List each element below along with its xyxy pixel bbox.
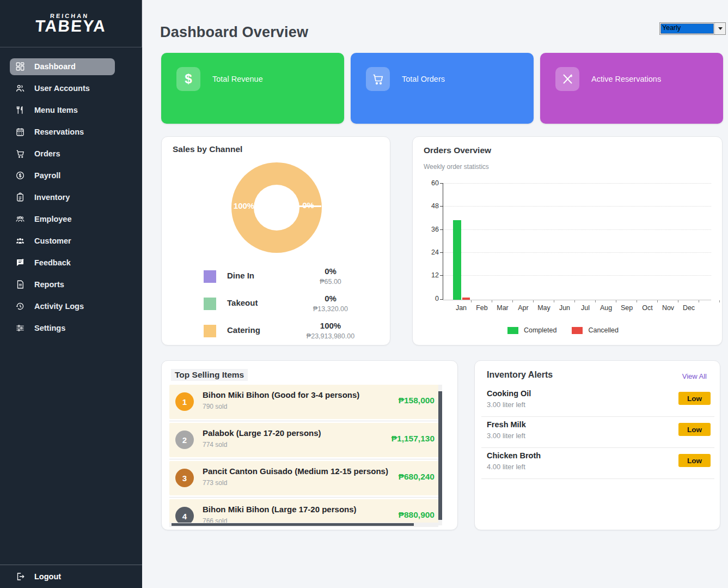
logout-button[interactable]: Logout: [0, 565, 142, 588]
logo-line2: TABEYA: [34, 18, 106, 34]
sidebar-item-employee[interactable]: Employee: [10, 208, 115, 230]
active-reservations-card: Active Reservations 0: [540, 53, 723, 124]
item-name: Pancit Canton Guisado (Medium 12-15 pers…: [203, 466, 388, 476]
month-label: Dec: [678, 304, 699, 312]
sidebar-item-label: Feedback: [34, 258, 71, 267]
sidebar-item-label: Inventory: [34, 193, 70, 202]
sales-by-channel-card: Sales by Channel 100% 0% Dine In 0%₱65.0…: [161, 136, 390, 345]
item-name: Palabok (Large 17-20 persons): [203, 428, 321, 438]
item-sold-count: 790 sold: [203, 403, 227, 410]
list-item: Cooking Oil 3.00 liter left Low: [475, 386, 721, 416]
crossed-utensils-icon: [555, 67, 579, 91]
document-icon: [15, 280, 25, 289]
legend-amount: ₱13,320.00: [313, 305, 348, 313]
inventory-item-name: Cooking Oil: [487, 389, 531, 398]
completed-swatch: [507, 327, 518, 334]
sidebar-item-label: Orders: [34, 149, 60, 158]
dropdown-arrow-button[interactable]: [714, 23, 725, 34]
list-item: 2 Palabok (Large 17-20 persons) 774 sold…: [169, 423, 442, 457]
donut-legend: Dine In 0%₱65.00 Takeout 0%₱13,320.00 Ca…: [162, 266, 391, 348]
sidebar-item-label: Employee: [34, 215, 72, 223]
sidebar-item-customer[interactable]: Customer: [10, 230, 115, 252]
view-all-link[interactable]: View All: [682, 372, 707, 380]
y-tick-label: 48: [421, 202, 439, 210]
inventory-item-name: Fresh Milk: [487, 420, 526, 429]
clipboard-icon: [15, 192, 25, 202]
bar-jan-cancelled: [462, 298, 470, 300]
app-logo: REICHAN TABEYA: [0, 0, 142, 47]
sidebar-item-label: Customer: [34, 237, 71, 245]
sidebar-item-label: User Accounts: [34, 84, 90, 93]
bar-jan-completed: [453, 220, 461, 300]
item-name: Bihon Miki Bihon (Large 17-20 persons): [203, 505, 357, 514]
sidebar-item-user-accounts[interactable]: User Accounts: [10, 77, 115, 99]
calendar-icon: [15, 127, 25, 137]
period-dropdown[interactable]: Yearly: [659, 22, 726, 35]
sidebar-nav: Dashboard User Accounts Menu Items Reser…: [0, 56, 142, 339]
sidebar-item-reservations[interactable]: Reservations: [10, 121, 115, 143]
legend-amount: ₱23,913,980.00: [307, 332, 354, 340]
sidebar-item-settings[interactable]: Settings: [10, 317, 115, 339]
sidebar-item-dashboard[interactable]: Dashboard: [10, 56, 115, 77]
sidebar-item-label: Activity Logs: [34, 302, 84, 311]
month-label: Nov: [658, 304, 678, 312]
legend-item-dine-in: Dine In 0%₱65.00: [162, 266, 391, 294]
horizontal-scrollbar[interactable]: [169, 523, 438, 527]
sidebar: REICHAN TABEYA Dashboard User Accounts M…: [0, 0, 142, 588]
vertical-scrollbar[interactable]: [438, 385, 442, 525]
sidebar-item-label: Settings: [34, 324, 65, 332]
orders-overview-card: Orders Overview Weekly order statistics …: [412, 136, 723, 345]
list-item: 3 Pancit Canton Guisado (Medium 12-15 pe…: [169, 461, 442, 495]
sliders-icon: [15, 323, 25, 333]
sidebar-item-label: Menu Items: [34, 106, 78, 114]
cancelled-swatch: [572, 327, 583, 334]
y-axis: [443, 183, 443, 300]
list-item: Chicken Broth 4.00 liter left Low: [475, 448, 721, 478]
item-amount: ₱158,000: [399, 396, 435, 405]
stat-cards-row: $ Total Revenue ₱23,927,365.00 Total Ord…: [161, 53, 724, 124]
period-dropdown-value: Yearly: [660, 23, 714, 34]
sidebar-item-orders[interactable]: Orders: [10, 143, 115, 165]
month-label: Apr: [513, 304, 534, 312]
legend-amount: ₱65.00: [320, 278, 341, 286]
inventory-alerts-list: Cooking Oil 3.00 liter left Low Fresh Mi…: [475, 386, 721, 479]
sidebar-item-payroll[interactable]: Payroll: [10, 165, 115, 186]
month-label: Oct: [637, 304, 658, 312]
y-tick-label: 12: [421, 271, 439, 279]
chevron-down-icon: [718, 27, 723, 30]
month-label: Mar: [492, 304, 513, 312]
sidebar-item-feedback[interactable]: Feedback: [10, 252, 115, 274]
legend-label: Cancelled: [588, 326, 619, 334]
month-label: May: [534, 304, 554, 312]
month-label: Jul: [575, 304, 596, 312]
logout-icon: [15, 572, 25, 581]
users-icon: [15, 83, 25, 93]
legend-label: Takeout: [227, 298, 258, 307]
legend-swatch: [204, 325, 216, 337]
scrollbar-thumb[interactable]: [438, 391, 442, 520]
legend-label: Dine In: [227, 271, 254, 280]
legend-label: Catering: [227, 325, 260, 335]
sidebar-item-menu-items[interactable]: Menu Items: [10, 99, 115, 121]
y-tick-label: 36: [421, 226, 439, 233]
scrollbar-thumb[interactable]: [172, 523, 414, 526]
month-label: Jan: [451, 304, 472, 312]
month-label: Aug: [596, 304, 616, 312]
sidebar-item-activity-logs[interactable]: Activity Logs: [10, 295, 115, 317]
y-tick-label: 24: [421, 248, 439, 256]
list-item: Fresh Milk 3.00 liter left Low: [475, 417, 721, 447]
top-selling-items-card: Top Selling Items 1 Bihon Miki Bihon (Go…: [161, 360, 458, 530]
sidebar-item-label: Reports: [34, 280, 64, 289]
list-item: 4 Bihon Miki Bihon (Large 17-20 persons)…: [169, 499, 442, 524]
inventory-item-name: Chicken Broth: [487, 451, 541, 460]
stat-label: Total Revenue: [212, 75, 263, 83]
legend-label: Completed: [524, 326, 556, 334]
sidebar-item-reports[interactable]: Reports: [10, 274, 115, 295]
status-badge: Low: [678, 423, 711, 436]
legend-item-takeout: Takeout 0%₱13,320.00: [162, 294, 391, 321]
y-tick-label: 0: [421, 295, 439, 302]
sidebar-item-inventory[interactable]: Inventory: [10, 186, 115, 208]
sidebar-item-label: Dashboard: [34, 62, 76, 71]
stat-label: Total Orders: [402, 75, 445, 83]
inventory-item-qty: 4.00 liter left: [487, 463, 525, 471]
